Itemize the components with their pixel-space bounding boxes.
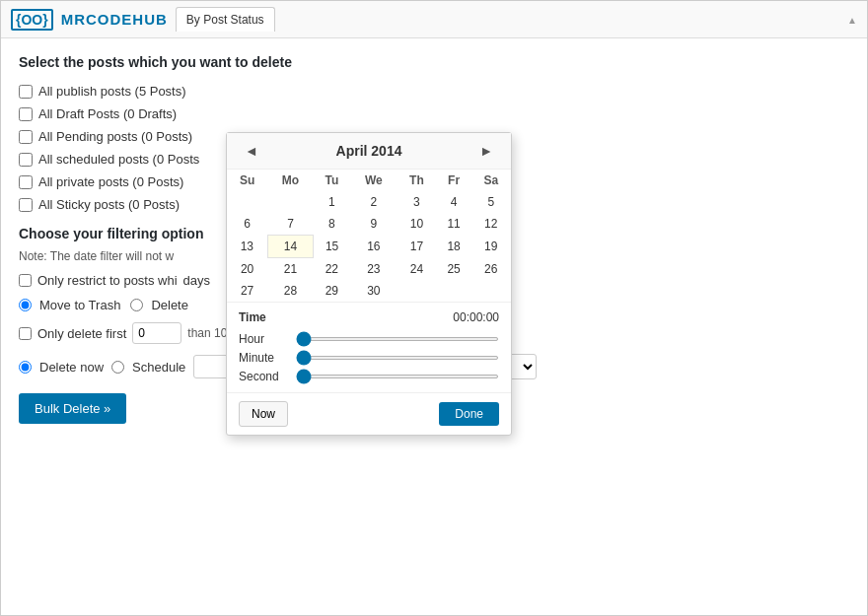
hour-label: Hour: [239, 332, 288, 346]
delete-radio-group: Delete: [130, 298, 188, 312]
checkbox-all-publish-label: All publish posts (5 Posts): [38, 84, 186, 99]
hour-slider-row: Hour: [239, 332, 499, 346]
second-label: Second: [239, 370, 288, 383]
schedule-radio[interactable]: [111, 361, 124, 374]
calendar-day[interactable]: 3: [398, 191, 436, 213]
checkbox-all-pending-label: All Pending posts (0 Posts): [38, 129, 192, 144]
checkbox-all-scheduled-label: All scheduled posts (0 Posts: [38, 152, 199, 167]
calendar-day[interactable]: 14: [267, 236, 314, 258]
calendar-day: [471, 280, 510, 302]
calendar-month-title: April 2014: [336, 143, 402, 159]
second-slider[interactable]: [296, 375, 499, 378]
calendar-day[interactable]: 29: [314, 280, 350, 302]
calendar-day[interactable]: 23: [350, 258, 398, 281]
calendar-popup: ◄ April 2014 ► Su Mo Tu We Th Fr Sa: [226, 132, 512, 436]
delete-now-radio[interactable]: [19, 361, 32, 374]
checkbox-all-draft[interactable]: All Draft Posts (0 Drafts): [19, 106, 849, 121]
cal-header-fr: Fr: [436, 170, 471, 191]
time-label: Time: [239, 310, 266, 324]
move-to-trash-radio[interactable]: [19, 299, 32, 311]
calendar-day[interactable]: 2: [350, 191, 398, 213]
cal-header-su: Su: [227, 170, 267, 191]
calendar-day[interactable]: 26: [471, 258, 510, 281]
minute-slider-row: Minute: [239, 351, 499, 365]
checkbox-all-pending-input[interactable]: [19, 130, 33, 144]
calendar-day[interactable]: 5: [471, 191, 510, 213]
calendar-day[interactable]: 1: [314, 191, 350, 213]
checkbox-all-private-label: All private posts (0 Posts): [38, 174, 183, 189]
logo-icon: {OO}: [11, 9, 53, 31]
calendar-day[interactable]: 27: [227, 280, 267, 302]
calendar-day[interactable]: 18: [436, 236, 471, 258]
move-to-trash-label: Move to Trash: [39, 298, 120, 312]
cal-header-mo: Mo: [267, 170, 314, 191]
only-delete-first-checkbox[interactable]: [19, 327, 32, 340]
schedule-radio-group: Schedule: [111, 360, 185, 375]
cal-header-th: Th: [398, 170, 436, 191]
cal-header-sa: Sa: [471, 170, 510, 191]
calendar-day[interactable]: 8: [314, 213, 350, 236]
checkbox-all-draft-input[interactable]: [19, 107, 33, 121]
time-display-row: Time 00:00:00: [239, 310, 499, 324]
calendar-header: ◄ April 2014 ►: [227, 133, 511, 170]
calendar-day[interactable]: 12: [471, 213, 510, 236]
minute-slider[interactable]: [296, 356, 499, 360]
calendar-day[interactable]: 25: [436, 258, 471, 281]
days-label: days: [183, 273, 210, 288]
tab-by-post-status[interactable]: By Post Status: [176, 7, 275, 32]
calendar-day[interactable]: 20: [227, 258, 267, 281]
calendar-day[interactable]: 16: [350, 236, 398, 258]
checkbox-all-publish[interactable]: All publish posts (5 Posts): [19, 84, 849, 99]
calendar-day[interactable]: 11: [436, 213, 471, 236]
move-to-trash-radio-group: Move to Trash: [19, 298, 120, 312]
checkbox-all-private-input[interactable]: [19, 175, 33, 189]
delete-label: Delete: [151, 298, 188, 312]
calendar-day[interactable]: 21: [267, 258, 314, 281]
bulk-delete-button[interactable]: Bulk Delete »: [19, 393, 126, 424]
title-bar-left: {OO} MRCODEHUB By Post Status: [11, 7, 275, 32]
delete-radio[interactable]: [130, 299, 143, 311]
checkbox-all-sticky-input[interactable]: [19, 198, 33, 212]
calendar-day[interactable]: 13: [227, 236, 267, 258]
only-delete-first-label: Only delete first: [37, 326, 126, 341]
calendar-day[interactable]: 7: [267, 213, 314, 236]
scroll-arrow-area: ▲: [847, 13, 857, 27]
delete-now-label: Delete now: [39, 360, 104, 375]
calendar-day: [227, 191, 267, 213]
calendar-day[interactable]: 19: [471, 236, 510, 258]
delete-now-radio-group: Delete now: [19, 360, 104, 375]
calendar-day: [398, 280, 436, 302]
calendar-footer: Now Done: [227, 392, 511, 435]
minute-label: Minute: [239, 351, 288, 365]
calendar-day[interactable]: 4: [436, 191, 471, 213]
calendar-next-button[interactable]: ►: [473, 141, 499, 161]
cal-header-we: We: [350, 170, 398, 191]
schedule-label: Schedule: [132, 360, 185, 375]
calendar-day[interactable]: 22: [314, 258, 350, 281]
calendar-day[interactable]: 24: [398, 258, 436, 281]
checkbox-all-publish-input[interactable]: [19, 85, 33, 99]
scroll-up-arrow[interactable]: ▲: [847, 15, 857, 26]
calendar-day[interactable]: 9: [350, 213, 398, 236]
calendar-prev-button[interactable]: ◄: [239, 141, 264, 161]
calendar-day[interactable]: 10: [398, 213, 436, 236]
calendar-done-button[interactable]: Done: [439, 402, 499, 426]
calendar-day[interactable]: 15: [314, 236, 350, 258]
only-delete-first-input[interactable]: [132, 322, 181, 344]
calendar-now-button[interactable]: Now: [239, 401, 288, 427]
calendar-day[interactable]: 28: [267, 280, 314, 302]
main-window: {OO} MRCODEHUB By Post Status ▲ Select t…: [0, 0, 868, 616]
calendar-time-section: Time 00:00:00 Hour Minute Second: [227, 302, 511, 392]
checkbox-all-scheduled-input[interactable]: [19, 153, 33, 167]
calendar-day[interactable]: 6: [227, 213, 267, 236]
calendar-day[interactable]: 30: [350, 280, 398, 302]
site-name: MRCODEHUB: [61, 11, 168, 28]
page-title: Select the posts which you want to delet…: [19, 54, 849, 70]
hour-slider[interactable]: [296, 337, 499, 341]
cal-header-tu: Tu: [314, 170, 350, 191]
only-restrict-label: Only restrict to posts whi: [37, 273, 178, 288]
title-bar: {OO} MRCODEHUB By Post Status ▲: [1, 1, 867, 38]
calendar-table: Su Mo Tu We Th Fr Sa 1234567891011121314…: [227, 170, 511, 302]
only-restrict-checkbox[interactable]: [19, 274, 32, 287]
calendar-day[interactable]: 17: [398, 236, 436, 258]
